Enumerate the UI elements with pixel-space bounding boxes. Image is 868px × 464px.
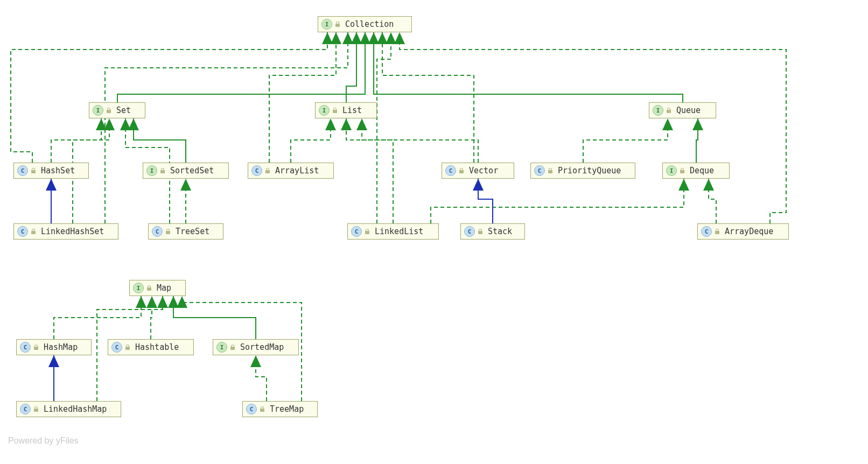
node-SortedMap[interactable]: ISortedMap — [213, 339, 299, 355]
node-label: Vector — [469, 166, 498, 175]
node-Stack[interactable]: CStack — [460, 223, 525, 240]
node-HashSet[interactable]: CHashSet — [13, 163, 89, 179]
interface-icon: I — [216, 342, 227, 353]
node-label: LinkedHashMap — [44, 404, 107, 414]
lock-icon — [458, 167, 465, 174]
node-label: LinkedList — [375, 227, 423, 236]
lock-icon — [165, 228, 171, 235]
node-Queue[interactable]: IQueue — [649, 102, 716, 118]
node-label: LinkedHashSet — [41, 227, 104, 236]
lock-icon — [33, 344, 39, 350]
lock-icon — [159, 167, 166, 174]
edge-ArrayDeque-Deque — [709, 179, 716, 223]
class-icon: C — [152, 226, 163, 237]
class-icon: C — [20, 342, 31, 353]
class-icon: C — [17, 226, 28, 237]
edge-PriorityQueue-Queue — [583, 118, 668, 163]
node-label: TreeSet — [176, 227, 209, 236]
interface-icon: I — [133, 283, 144, 293]
node-Set[interactable]: ISet — [89, 102, 145, 118]
lock-icon — [33, 406, 39, 412]
class-icon: C — [351, 226, 362, 237]
node-label: TreeMap — [270, 404, 304, 414]
lock-icon — [477, 228, 484, 235]
node-Deque[interactable]: IDeque — [662, 163, 730, 179]
edge-HashSet-Collection — [11, 32, 327, 163]
edge-Hashtable-Map — [151, 296, 152, 339]
node-label: ArrayList — [275, 166, 319, 175]
interface-icon: I — [146, 165, 157, 176]
interface-icon: I — [93, 105, 103, 116]
node-Vector[interactable]: CVector — [442, 163, 514, 179]
lock-icon — [332, 107, 338, 114]
edge-Deque-Queue — [696, 118, 698, 163]
lock-icon — [364, 228, 370, 235]
lock-icon — [666, 107, 672, 114]
edge-LinkedList-List — [346, 118, 393, 223]
edge-Set-Collection — [117, 32, 365, 102]
node-TreeMap[interactable]: CTreeMap — [242, 401, 318, 417]
node-Hashtable[interactable]: CHashtable — [108, 339, 194, 355]
node-HashMap[interactable]: CHashMap — [16, 339, 92, 355]
edge-Vector-List — [362, 118, 478, 163]
class-icon: C — [17, 165, 28, 176]
lock-icon — [106, 107, 112, 114]
node-label: HashMap — [44, 342, 78, 352]
class-icon: C — [246, 404, 257, 414]
node-label: Hashtable — [135, 342, 179, 352]
edge-LinkedList-Collection — [377, 32, 391, 223]
watermark: Powered by yFiles — [8, 436, 79, 446]
edge-SortedMap-Map — [173, 296, 256, 339]
edge-ArrayDeque-Collection — [400, 32, 786, 223]
node-ArrayList[interactable]: CArrayList — [248, 163, 334, 179]
lock-icon — [124, 344, 131, 350]
class-icon: C — [20, 404, 31, 414]
interface-icon: I — [653, 105, 663, 116]
node-Collection[interactable]: ICollection — [318, 16, 412, 32]
lock-icon — [264, 167, 271, 174]
lock-icon — [146, 285, 152, 291]
node-label: Collection — [345, 19, 394, 29]
lock-icon — [30, 167, 37, 174]
node-PriorityQueue[interactable]: CPriorityQueue — [530, 163, 635, 179]
node-label: Deque — [690, 166, 714, 175]
lock-icon — [547, 167, 554, 174]
node-label: Map — [157, 283, 171, 293]
edge-TreeMap-SortedMap — [256, 355, 267, 401]
class-icon: C — [464, 226, 475, 237]
node-label: List — [342, 106, 362, 115]
lock-icon — [714, 228, 720, 235]
node-LinkedHashMap[interactable]: CLinkedHashMap — [16, 401, 121, 417]
node-label: HashSet — [41, 166, 75, 175]
edge-Queue-Collection — [374, 32, 683, 102]
edge-Stack-Vector — [478, 179, 493, 223]
node-TreeSet[interactable]: CTreeSet — [148, 223, 223, 240]
class-icon: C — [251, 165, 262, 176]
node-LinkedList[interactable]: CLinkedList — [347, 223, 439, 240]
node-label: ArrayDeque — [725, 227, 773, 236]
node-Map[interactable]: IMap — [129, 280, 186, 296]
node-label: SortedSet — [170, 166, 214, 175]
edge-HashMap-Map — [54, 296, 141, 339]
edge-HashSet-Set — [51, 118, 101, 163]
node-List[interactable]: IList — [315, 102, 377, 118]
edge-SortedSet-Set — [134, 118, 186, 163]
lock-icon — [679, 167, 685, 174]
lock-icon — [334, 21, 341, 27]
interface-icon: I — [319, 105, 330, 116]
lock-icon — [229, 344, 236, 350]
class-icon: C — [445, 165, 456, 176]
class-icon: C — [701, 226, 712, 237]
node-SortedSet[interactable]: ISortedSet — [143, 163, 229, 179]
interface-icon: I — [321, 19, 332, 30]
edge-ArrayList-List — [291, 118, 331, 163]
node-label: Stack — [488, 227, 512, 236]
class-icon: C — [111, 342, 122, 353]
edge-LinkedList-Deque — [431, 179, 684, 223]
node-LinkedHashSet[interactable]: CLinkedHashSet — [13, 223, 118, 240]
edge-List-Collection — [346, 32, 356, 102]
node-label: Set — [116, 106, 131, 115]
node-ArrayDeque[interactable]: CArrayDeque — [697, 223, 789, 240]
lock-icon — [259, 406, 265, 412]
interface-icon: I — [666, 165, 677, 176]
